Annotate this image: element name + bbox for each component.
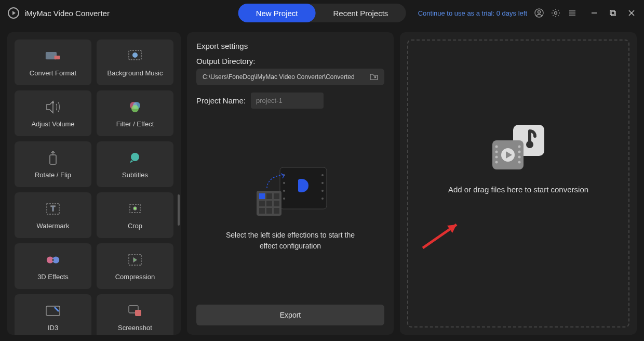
svg-point-15 [52,101,54,103]
titlebar: iMyMac Video Converter New Project Recen… [0,0,644,26]
svg-point-57 [518,146,521,148]
effect-illustration-icon [249,162,332,219]
crop-icon [127,201,143,217]
svg-point-36 [283,198,285,200]
tool-label: Crop [128,222,142,230]
svg-rect-45 [259,201,265,206]
svg-point-14 [132,53,138,58]
convert-format-icon [45,48,61,64]
trial-status: Continue to use as a trial: 0 days left [418,9,527,17]
output-path-text: C:\Users\FoneDog\iMyMac Video Converter\… [203,73,355,81]
tool-subtitles[interactable]: Subtitles [97,141,173,187]
svg-rect-50 [274,208,279,214]
svg-point-55 [495,156,498,159]
svg-point-35 [283,190,285,192]
project-name-row: Project Name: [196,93,384,109]
tools-sidebar: Convert Format Background Music Adjust V… [7,32,181,335]
tool-convert-format[interactable]: Convert Format [15,40,91,85]
tool-3d-effects[interactable]: 3D Effects [15,243,91,289]
svg-point-54 [495,151,498,153]
background-music-icon [127,48,143,64]
tool-label: Convert Format [30,69,76,77]
tool-label: Compression [115,273,155,281]
tool-label: Rotate / Flip [35,171,71,179]
nav-tabs: New Project Recent Projects [238,4,406,22]
svg-point-53 [495,146,498,148]
adjust-volume-icon [45,99,61,115]
svg-point-39 [321,190,324,192]
svg-rect-49 [266,208,272,214]
tab-new-project[interactable]: New Project [238,4,316,22]
svg-rect-8 [611,11,615,16]
svg-point-20 [131,153,139,161]
tool-id3[interactable]: ID3 [15,294,91,335]
maximize-icon[interactable] [608,8,618,18]
compression-icon [127,252,143,268]
tool-screenshot[interactable]: Screenshot [97,294,173,335]
tool-crop[interactable]: Crop [97,192,173,238]
watermark-icon: T [45,201,61,217]
export-settings-panel: Export settings Output Directory: C:\Use… [187,32,394,335]
svg-point-38 [321,182,324,184]
svg-rect-31 [135,310,141,316]
export-settings-title: Export settings [196,42,384,50]
tool-rotate-flip[interactable]: Rotate / Flip [15,141,91,187]
tool-label: Filter / Effect [116,120,154,128]
project-name-input[interactable] [251,93,324,109]
tool-background-music[interactable]: Background Music [97,40,173,85]
tool-label: 3D Effects [37,273,69,281]
svg-text:T: T [51,204,56,213]
dropzone[interactable]: Add or drag files here to start conversi… [407,40,629,327]
browse-folder-icon[interactable] [370,73,378,81]
svg-rect-7 [610,10,614,15]
svg-rect-19 [50,155,56,164]
svg-rect-44 [274,193,279,199]
svg-point-60 [518,161,521,164]
filter-effect-icon [127,99,143,115]
tool-label: Background Music [108,69,163,77]
svg-point-56 [495,161,498,164]
tool-label: ID3 [48,324,58,332]
export-button[interactable]: Export [196,305,384,325]
tool-grid: Convert Format Background Music Adjust V… [15,40,173,335]
main-layout: Convert Format Background Music Adjust V… [0,26,644,341]
menu-icon[interactable] [568,8,577,18]
gear-icon[interactable] [551,8,560,18]
drop-text: Add or drag files here to start conversi… [448,185,588,194]
svg-point-40 [321,198,324,200]
3d-effects-icon [45,252,61,268]
tool-filter-effect[interactable]: Filter / Effect [97,90,173,136]
subtitles-icon [127,150,143,166]
tab-recent-projects[interactable]: Recent Projects [315,4,406,22]
svg-point-2 [555,12,557,15]
file-drop-panel: Add or drag files here to start conversi… [400,32,637,335]
close-icon[interactable] [627,8,636,18]
center-illustration: Select the left side effections to start… [196,109,384,305]
scrollbar-thumb[interactable] [178,194,180,226]
drop-files-icon [487,124,549,170]
svg-rect-46 [266,201,272,206]
titlebar-right: Continue to use as a trial: 0 days left [418,8,636,18]
svg-point-58 [518,151,521,153]
tool-adjust-volume[interactable]: Adjust Volume [15,90,91,136]
center-hint-text: Select the left side effections to start… [218,230,363,252]
svg-point-1 [538,11,541,14]
tool-label: Adjust Volume [31,120,74,128]
tool-compression[interactable]: Compression [97,243,173,289]
minimize-icon[interactable] [589,8,599,18]
svg-point-24 [133,207,137,210]
svg-rect-27 [52,259,54,261]
output-directory-field[interactable]: C:\Users\FoneDog\iMyMac Video Converter\… [196,69,384,85]
window-controls [589,8,636,18]
user-icon[interactable] [534,8,544,18]
svg-point-37 [321,174,324,176]
project-name-label: Project Name: [196,96,246,105]
id3-icon [45,303,61,319]
tool-label: Watermark [36,222,69,230]
rotate-flip-icon [45,150,61,166]
tool-watermark[interactable]: T Watermark [15,192,91,238]
tool-label: Screenshot [118,324,152,332]
svg-rect-48 [259,208,265,214]
app-logo-icon [8,7,19,19]
output-directory-label: Output Directory: [196,57,384,65]
